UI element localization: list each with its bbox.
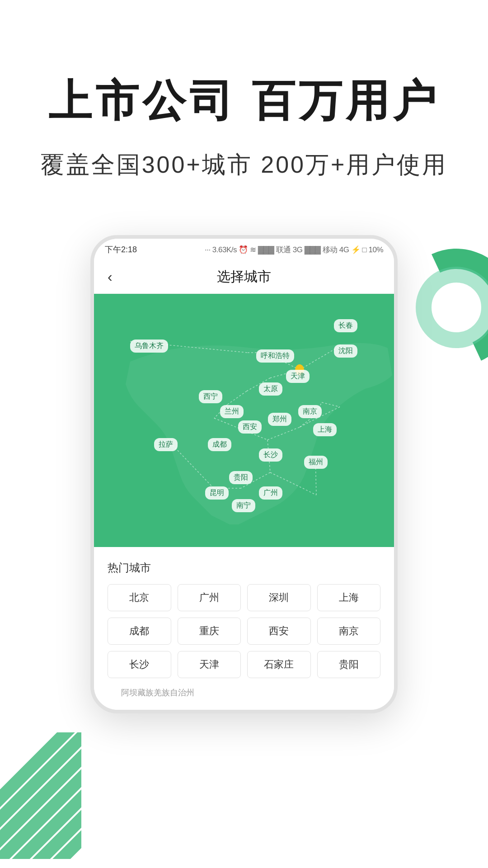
city-wulumuqi[interactable]: 乌鲁木齐 — [130, 340, 168, 353]
city-zhengzhou[interactable]: 郑州 — [268, 413, 291, 426]
phone-header: ‹ 选择城市 — [94, 260, 394, 294]
status-network: ··· 3.63K/s ⏰ ≋ ▓▓▓ 联通 3G ▓▓▓ 移动 4G ⚡ □ … — [205, 245, 383, 255]
stripes-decoration — [0, 732, 81, 859]
city-btn-chengdu[interactable]: 成都 — [108, 618, 171, 645]
city-lasa[interactable]: 拉萨 — [154, 438, 178, 451]
city-btn-beijing[interactable]: 北京 — [108, 584, 171, 611]
city-nanjing[interactable]: 南京 — [298, 405, 322, 418]
hot-cities-title: 热门城市 — [108, 561, 380, 575]
city-lanzhou[interactable]: 兰州 — [220, 405, 244, 418]
phone-mockup: 下午2:18 ··· 3.63K/s ⏰ ≋ ▓▓▓ 联通 3G ▓▓▓ 移动 … — [90, 235, 398, 713]
top-section: 上市公司 百万用户 覆盖全国300+城市 200万+用户使用 — [0, 0, 488, 208]
map-container[interactable]: 乌鲁木齐 长春 沈阳 呼和浩特 天津 太原 西宁 兰州 西安 郑州 南京 上海 … — [94, 294, 394, 547]
city-nanning[interactable]: 南宁 — [232, 499, 255, 512]
header-title: 选择城市 — [217, 268, 271, 286]
main-title: 上市公司 百万用户 — [36, 72, 452, 131]
bottom-text: 阿坝藏族羌族自治州 — [108, 678, 380, 705]
city-btn-nanjing[interactable]: 南京 — [317, 618, 381, 645]
city-btn-guiyang[interactable]: 贵阳 — [317, 651, 381, 678]
city-shenyang[interactable]: 沈阳 — [334, 344, 357, 358]
city-btn-chongqing[interactable]: 重庆 — [178, 618, 241, 645]
city-chengdu[interactable]: 成都 — [208, 438, 231, 451]
city-btn-xian[interactable]: 西安 — [247, 618, 311, 645]
city-tianjin[interactable]: 天津 — [286, 370, 310, 383]
city-btn-shanghai[interactable]: 上海 — [317, 584, 381, 611]
city-fuzhou[interactable]: 福州 — [304, 456, 328, 469]
city-taiyuan[interactable]: 太原 — [259, 382, 282, 396]
hot-cities-section: 热门城市 北京 广州 深圳 上海 成都 重庆 西安 南京 长沙 天津 石家庄 — [94, 547, 394, 710]
city-btn-changsha[interactable]: 长沙 — [108, 651, 171, 678]
city-guiyang[interactable]: 贵阳 — [229, 471, 253, 484]
city-btn-shijiazhuang[interactable]: 石家庄 — [247, 651, 311, 678]
city-kunming[interactable]: 昆明 — [205, 486, 229, 500]
back-button[interactable]: ‹ — [108, 269, 113, 285]
city-changsha[interactable]: 长沙 — [259, 448, 282, 462]
city-btn-tianjin[interactable]: 天津 — [178, 651, 241, 678]
status-bar: 下午2:18 ··· 3.63K/s ⏰ ≋ ▓▓▓ 联通 3G ▓▓▓ 移动 … — [94, 239, 394, 260]
city-btn-shenzhen[interactable]: 深圳 — [247, 584, 311, 611]
city-changchun[interactable]: 长春 — [334, 319, 357, 332]
cities-grid: 北京 广州 深圳 上海 成都 重庆 西安 南京 长沙 天津 石家庄 贵阳 — [108, 584, 380, 678]
subtitle: 覆盖全国300+城市 200万+用户使用 — [36, 149, 452, 181]
city-guangzhou[interactable]: 广州 — [259, 486, 282, 500]
city-btn-guangzhou[interactable]: 广州 — [178, 584, 241, 611]
city-xian[interactable]: 西安 — [238, 420, 262, 434]
page-wrapper: 上市公司 百万用户 覆盖全国300+城市 200万+用户使用 下午2:18 ··… — [0, 0, 488, 868]
status-time: 下午2:18 — [105, 244, 137, 255]
city-shanghai[interactable]: 上海 — [313, 423, 337, 436]
city-huhehaote[interactable]: 呼和浩特 — [256, 349, 294, 363]
city-xining[interactable]: 西宁 — [199, 390, 222, 403]
